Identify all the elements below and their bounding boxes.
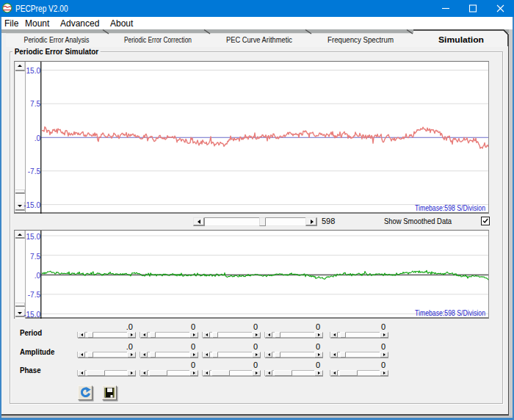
svg-text:PEC Curve Arithmetic: PEC Curve Arithmetic bbox=[226, 35, 292, 44]
svg-text:Simulation: Simulation bbox=[438, 35, 484, 44]
svg-text:Periodic Error Correction: Periodic Error Correction bbox=[124, 35, 192, 44]
svg-text:Frequency Spectrum: Frequency Spectrum bbox=[327, 35, 394, 44]
svg-text:Timebase:598 S/Division: Timebase:598 S/Division bbox=[415, 203, 485, 212]
svg-text:Timebase:598 S/Division: Timebase:598 S/Division bbox=[415, 308, 485, 317]
svg-text:Periodic Error Analysis: Periodic Error Analysis bbox=[24, 35, 90, 44]
